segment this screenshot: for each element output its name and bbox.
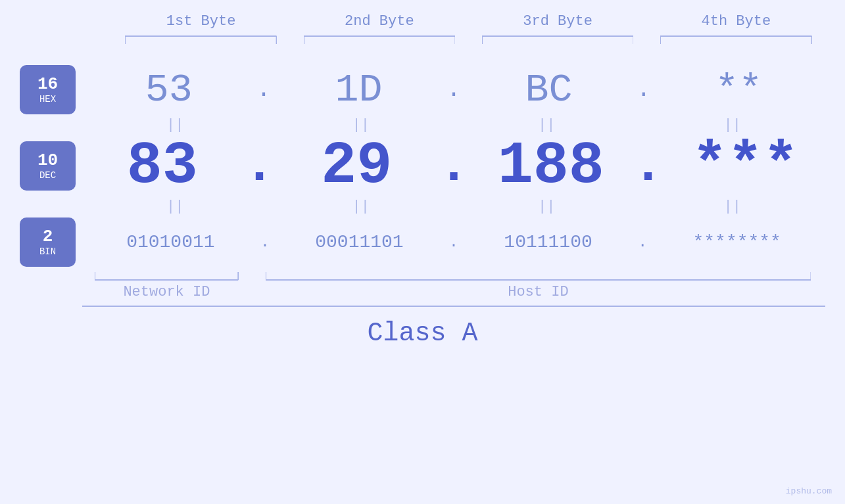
hex-sep-2: . (445, 76, 462, 103)
dec-value-2: 29 (321, 133, 392, 200)
bin-value-4: ******** (692, 232, 781, 252)
equals-2-1: || (82, 198, 268, 215)
dec-value-4: *** (692, 133, 798, 200)
full-bottom-bracket (82, 306, 825, 307)
dec-byte-1: 83 (82, 137, 242, 196)
dec-row: 10 DEC 83 . 29 . 188 . *** (20, 136, 825, 196)
equals-row-1: || || || || (20, 117, 825, 133)
host-id-label: Host ID (508, 284, 568, 300)
byte-header-1: 1st Byte (112, 13, 290, 35)
hex-value-4: ** (715, 68, 762, 112)
equals-1-3: || (454, 117, 640, 133)
equals-1-2: || (268, 117, 454, 133)
bin-sep-1: . (259, 233, 271, 251)
bin-byte-2: 00011101 (271, 233, 448, 252)
top-brackets (20, 35, 825, 45)
dec-base-label: DEC (39, 170, 56, 181)
bin-byte-4: ******** (648, 233, 825, 252)
dec-value-3: 188 (498, 133, 604, 200)
hex-badge: 16 HEX (20, 65, 76, 114)
equals-row-2: || || || || (20, 198, 825, 215)
dec-sep-3: . (631, 136, 665, 196)
bin-row: 2 BIN 01010011 . 00011101 . 10111100 . *… (20, 218, 825, 267)
bin-value-3: 10111100 (504, 232, 592, 252)
equals-2-3: || (454, 198, 640, 215)
network-id-label: Network ID (123, 284, 210, 300)
network-bracket-container (82, 271, 251, 281)
id-labels-row: Network ID Host ID (20, 284, 825, 300)
bin-base-number: 2 (43, 227, 53, 246)
bin-cells: 01010011 . 00011101 . 10111100 . *******… (82, 233, 825, 252)
bottom-bracket-area (20, 271, 825, 281)
byte-header-3: 3rd Byte (469, 13, 647, 35)
hex-byte-3: BC (462, 70, 635, 110)
hex-cells: 53 . 1D . BC . ** (82, 70, 825, 110)
bin-byte-1: 01010011 (82, 233, 259, 252)
byte-header-4: 4th Byte (647, 13, 825, 35)
hex-base-label: HEX (39, 94, 56, 104)
bin-badge: 2 BIN (20, 218, 76, 267)
host-bracket-container (251, 271, 825, 281)
hex-value-2: 1D (335, 68, 383, 112)
top-bracket-2 (290, 35, 468, 45)
top-bracket-1 (112, 35, 290, 45)
hex-value-1: 53 (145, 68, 193, 112)
bin-byte-3: 10111100 (460, 233, 637, 252)
hex-row: 16 HEX 53 . 1D . BC . ** (20, 65, 825, 114)
dec-byte-3: 188 (471, 137, 631, 196)
host-bracket-svg (266, 271, 811, 281)
dec-base-number: 10 (37, 151, 58, 170)
host-id-label-cell: Host ID (251, 284, 825, 300)
hex-byte-2: 1D (272, 70, 445, 110)
dec-cells: 83 . 29 . 188 . *** (82, 136, 825, 196)
dec-byte-2: 29 (277, 137, 437, 196)
hex-byte-4: ** (652, 70, 825, 110)
hex-value-3: BC (525, 68, 572, 112)
bin-value-1: 01010011 (126, 232, 214, 252)
bin-sep-3: . (637, 233, 648, 251)
dec-sep-2: . (437, 136, 471, 196)
watermark: ipshu.com (786, 486, 832, 496)
dec-value-1: 83 (127, 133, 198, 200)
bin-base-label: BIN (39, 246, 56, 257)
hex-sep-3: . (635, 76, 652, 103)
equals-2-2: || (268, 198, 454, 215)
equals-1-1: || (82, 117, 268, 133)
hex-sep-1: . (255, 76, 272, 103)
top-bracket-4 (647, 35, 825, 45)
equals-1-4: || (640, 117, 826, 133)
bin-value-2: 00011101 (315, 232, 403, 252)
network-bracket-svg (95, 271, 238, 281)
bin-sep-2: . (448, 233, 460, 251)
main-container: 1st Byte 2nd Byte 3rd Byte 4th Byte (0, 0, 845, 504)
byte-header-2: 2nd Byte (290, 13, 468, 35)
hex-base-number: 16 (37, 75, 58, 94)
top-bracket-3 (469, 35, 647, 45)
dec-sep-1: . (242, 136, 276, 196)
equals-2-4: || (640, 198, 826, 215)
class-label: Class A (20, 319, 825, 348)
dec-byte-4: *** (665, 137, 825, 196)
hex-byte-1: 53 (82, 70, 255, 110)
dec-badge: 10 DEC (20, 141, 76, 191)
byte-headers: 1st Byte 2nd Byte 3rd Byte 4th Byte (20, 13, 825, 35)
network-id-label-cell: Network ID (82, 284, 251, 300)
